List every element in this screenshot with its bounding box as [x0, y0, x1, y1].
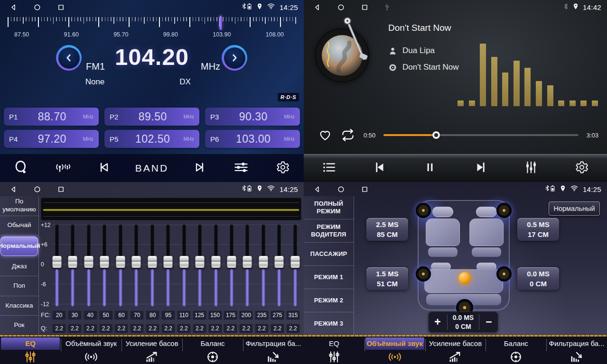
slider-handle[interactable] [100, 256, 109, 268]
slider-handle[interactable] [148, 256, 157, 268]
q-value-box[interactable]: 2.2 [130, 324, 144, 333]
eq-band-slider[interactable] [116, 225, 125, 306]
eq-preset-item[interactable]: Классика [0, 296, 38, 316]
fc-value-box[interactable]: 70 [130, 310, 144, 320]
fc-value-box[interactable]: 50 [99, 310, 113, 320]
fc-value-box[interactable]: 30 [68, 310, 82, 320]
eq-preset-item[interactable]: Обычай [0, 216, 38, 236]
rear-left-speaker[interactable] [416, 266, 431, 282]
fc-value-box[interactable]: 315 [286, 310, 300, 320]
equalizer-button[interactable] [231, 161, 252, 176]
eq-preset-item[interactable]: Нормальный [0, 237, 38, 256]
sound-preset-button[interactable]: Нормальный [549, 201, 600, 216]
eq-band-slider[interactable] [211, 225, 221, 306]
listening-mode-item[interactable]: ПАССАЖИР [304, 243, 354, 266]
q-value-box[interactable]: 2.2 [177, 324, 191, 333]
front-right-delay-button[interactable]: 0.5 MS 17 CM [517, 218, 559, 241]
repeat-button[interactable] [340, 128, 355, 142]
front-right-speaker[interactable] [496, 203, 512, 218]
tab-eq[interactable]: EQ [304, 337, 364, 364]
slider-handle[interactable] [179, 256, 188, 268]
listening-mode-item[interactable]: РЕЖИМ 1 [304, 266, 354, 289]
q-value-box[interactable]: 2.2 [68, 324, 82, 333]
eq-band-slider[interactable] [100, 225, 109, 306]
nav-back-icon[interactable] [9, 185, 18, 193]
q-value-box[interactable]: 2.2 [255, 324, 269, 333]
radio-preset-p1[interactable]: P188.70MHz [4, 108, 99, 126]
q-value-box[interactable]: 2.2 [146, 324, 159, 333]
nav-recents-icon[interactable] [57, 3, 65, 11]
eq-band-slider[interactable] [243, 225, 252, 306]
tab-balance[interactable]: Баланс [486, 337, 546, 364]
eq-band-slider[interactable] [227, 225, 236, 306]
q-value-box[interactable]: 2.2 [208, 324, 222, 333]
slider-handle[interactable] [132, 256, 141, 268]
nav-recents-icon[interactable] [361, 3, 369, 11]
listening-mode-item[interactable]: РЕЖИМ 3 [304, 312, 354, 335]
slider-handle[interactable] [259, 256, 268, 268]
q-value-box[interactable]: 2.2 [52, 324, 66, 333]
broadcast-button[interactable] [52, 161, 73, 176]
radio-preset-p4[interactable]: P497.20MHz [4, 130, 99, 148]
eq-band-slider[interactable] [84, 225, 93, 306]
rear-right-speaker[interactable] [496, 266, 512, 282]
q-value-box[interactable]: 2.2 [114, 324, 128, 333]
q-value-box[interactable]: 2.2 [286, 324, 300, 333]
tab-bass[interactable]: Усиление басов [425, 337, 486, 364]
eq-preset-item[interactable]: По умолчанию [0, 196, 38, 216]
fc-value-box[interactable]: 150 [208, 310, 222, 320]
settings-button[interactable] [272, 160, 293, 176]
eq-preset-item[interactable]: Рок [0, 316, 38, 335]
eq-band-slider[interactable] [274, 225, 284, 306]
eq-band-slider[interactable] [52, 225, 62, 306]
seek-next-button[interactable] [189, 161, 210, 176]
increase-delay-button[interactable]: + [428, 316, 447, 328]
tuning-ruler[interactable] [8, 17, 296, 31]
fc-value-box[interactable]: 40 [84, 310, 97, 320]
slider-handle[interactable] [211, 256, 220, 268]
slider-handle[interactable] [290, 256, 299, 268]
decrease-delay-button[interactable]: − [479, 316, 498, 328]
settings-button[interactable] [571, 160, 592, 176]
pause-button[interactable] [420, 161, 440, 175]
slider-handle[interactable] [68, 256, 77, 268]
tab-balance[interactable]: Баланс [182, 337, 243, 364]
previous-track-button[interactable] [369, 160, 390, 176]
fc-value-box[interactable]: 95 [161, 310, 175, 320]
next-track-button[interactable] [470, 160, 491, 176]
tune-up-button[interactable] [222, 45, 247, 71]
radio-preset-p2[interactable]: P289.50MHz [104, 108, 199, 126]
tab-filter[interactable]: Фильтрация ба... [243, 337, 304, 364]
eq-band-slider[interactable] [131, 225, 141, 306]
band-button[interactable]: BAND [135, 163, 168, 174]
slider-handle[interactable] [164, 256, 173, 268]
seek-bar-knob[interactable] [432, 131, 440, 139]
fc-value-box[interactable]: 200 [239, 310, 253, 320]
q-value-box[interactable]: 2.2 [271, 324, 284, 333]
tab-surround[interactable]: Объёмный звук [61, 337, 121, 364]
nav-home-icon[interactable] [33, 3, 41, 11]
rear-right-delay-button[interactable]: 0.0 MS 0 CM [517, 267, 559, 290]
slider-handle[interactable] [243, 256, 252, 268]
scan-button[interactable] [10, 160, 31, 177]
seek-previous-button[interactable] [93, 161, 114, 176]
eq-band-slider[interactable] [195, 225, 205, 306]
fc-value-box[interactable]: 175 [224, 310, 237, 320]
tab-surround[interactable]: Объёмный звук [364, 337, 425, 364]
fc-value-box[interactable]: 80 [146, 310, 159, 320]
mixer-button[interactable] [521, 160, 542, 176]
radio-preset-p3[interactable]: P390.30MHz [205, 108, 300, 126]
eq-band-slider[interactable] [148, 225, 157, 306]
rear-left-delay-button[interactable]: 1.5 MS 51 CM [366, 267, 408, 290]
seek-bar[interactable] [383, 134, 578, 136]
fc-value-box[interactable]: 125 [193, 310, 206, 320]
nav-back-icon[interactable] [9, 3, 18, 11]
nav-back-icon[interactable] [313, 3, 321, 11]
q-value-box[interactable]: 2.2 [99, 324, 113, 333]
fc-value-box[interactable]: 235 [255, 310, 269, 320]
eq-band-slider[interactable] [68, 225, 77, 306]
nav-home-icon[interactable] [337, 3, 345, 11]
playlist-button[interactable] [318, 160, 339, 176]
fc-value-box[interactable]: 275 [271, 310, 284, 320]
slider-handle[interactable] [84, 256, 93, 268]
